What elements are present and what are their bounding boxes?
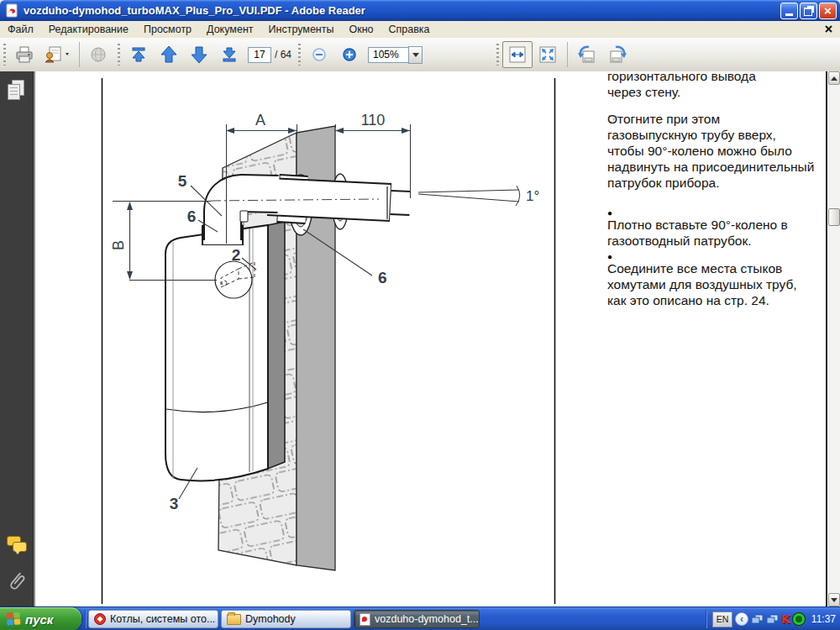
page-number-input[interactable]: [248, 47, 271, 63]
tray-divider: [706, 610, 706, 628]
menubar: Файл Редактирование Просмотр Документ Ин…: [0, 21, 840, 39]
comments-panel-icon[interactable]: [7, 536, 27, 554]
svg-text:A: A: [255, 112, 265, 129]
close-icon: ×: [824, 4, 832, 17]
dimension-110: 110: [335, 112, 410, 134]
network-icon[interactable]: [766, 614, 779, 625]
green-status-icon[interactable]: [793, 613, 805, 625]
document-close-icon[interactable]: [824, 24, 833, 34]
email-share-button[interactable]: [39, 41, 75, 68]
start-label: пуск: [25, 612, 53, 627]
svg-text:B: B: [110, 240, 127, 250]
next-page-button[interactable]: [184, 41, 214, 68]
fit-page-button[interactable]: [533, 41, 563, 68]
taskbar-divider: [85, 610, 86, 628]
zoom-dropdown-button[interactable]: [408, 46, 423, 64]
menu-file[interactable]: Файл: [0, 22, 41, 37]
rotate-counterclockwise-icon: [575, 45, 599, 65]
svg-text:6: 6: [378, 269, 387, 286]
menu-document[interactable]: Документ: [199, 22, 260, 37]
menu-help[interactable]: Справка: [381, 22, 438, 37]
language-indicator[interactable]: EN: [712, 612, 732, 627]
scroll-up-button[interactable]: [828, 71, 840, 85]
dimension-a: A: [226, 112, 297, 134]
document-area: A 110 B: [0, 71, 840, 606]
last-page-button[interactable]: [214, 41, 244, 68]
network-icon[interactable]: [751, 614, 764, 625]
toolbar-grip[interactable]: [298, 44, 301, 66]
minimize-icon: [785, 13, 793, 16]
rotate-clockwise-button[interactable]: [602, 41, 633, 68]
web-capture-icon: [88, 45, 110, 64]
adobe-reader-icon: [5, 3, 19, 18]
restore-button[interactable]: [800, 3, 817, 19]
attachments-panel-icon[interactable]: [7, 571, 25, 593]
svg-text:1°: 1°: [526, 188, 539, 204]
boiler: [165, 222, 285, 480]
page-edge: [826, 71, 827, 606]
bullet-icon: ●: [607, 252, 612, 261]
taskbar-item-opera[interactable]: Котлы, системы ото...: [88, 610, 218, 628]
chevron-down-icon: [412, 53, 419, 57]
fit-page-icon: [538, 45, 558, 65]
zoom-level-input[interactable]: [368, 47, 408, 63]
zoom-in-icon: [341, 46, 358, 63]
scroll-down-button[interactable]: [828, 593, 840, 606]
zoom-out-button[interactable]: [304, 41, 334, 68]
antivirus-icon[interactable]: K: [781, 612, 790, 626]
previous-page-button[interactable]: [154, 41, 184, 68]
slope-annotation: 1°: [418, 186, 539, 206]
taskbar-item-pdf[interactable]: vozduho-dymohod_t...: [354, 610, 480, 628]
menu-window[interactable]: Окно: [341, 22, 381, 37]
paragraph-bullet-1: ● Плотно вставьте 90°-колено в газоотвод…: [607, 202, 826, 249]
previous-page-icon: [159, 45, 179, 65]
last-page-icon: [220, 45, 239, 64]
navigation-sidebar: [0, 71, 34, 606]
svg-text:110: 110: [361, 112, 386, 129]
print-button[interactable]: [9, 41, 39, 68]
titlebar[interactable]: vozduho-dymohod_turboMAX_Plus_Pro_VUI.PD…: [0, 0, 840, 21]
print-icon: [14, 45, 34, 64]
fit-width-button[interactable]: [502, 41, 533, 68]
folder-icon: [227, 614, 241, 625]
instruction-text: горизонтального вывода через стену. ☞ От…: [607, 71, 826, 606]
close-button[interactable]: ×: [819, 3, 837, 19]
chevron-up-icon: [831, 76, 837, 81]
taskbar-item-label: Dymohody: [245, 613, 296, 625]
start-button[interactable]: пуск: [0, 607, 81, 630]
clock[interactable]: 11:37: [811, 613, 836, 625]
scrollbar-thumb[interactable]: [828, 208, 840, 226]
toolbar-separator: [79, 42, 80, 67]
zoom-in-button[interactable]: [334, 41, 365, 68]
pdf-page: A 110 B: [36, 71, 826, 606]
menu-view[interactable]: Просмотр: [136, 22, 199, 37]
toolbar-grip[interactable]: [118, 44, 120, 66]
zoom-out-icon: [311, 46, 328, 63]
rotate-counterclockwise-button[interactable]: [572, 41, 602, 68]
hand-marker-icon: ☞: [607, 111, 618, 126]
svg-text:3: 3: [170, 495, 179, 512]
pdf-icon: [360, 613, 370, 626]
menu-edit[interactable]: Редактирование: [41, 22, 136, 37]
toolbar-grip[interactable]: [496, 44, 499, 66]
adobe-reader-window: vozduho-dymohod_turboMAX_Plus_Pro_VUI.PD…: [0, 0, 840, 630]
svg-text:5: 5: [178, 172, 187, 190]
taskbar-item-folder[interactable]: Dymohody: [221, 610, 351, 628]
minimize-button[interactable]: [780, 3, 798, 19]
taskbar-item-label: vozduho-dymohod_t...: [375, 613, 479, 625]
svg-text:6: 6: [187, 207, 197, 225]
toolbar-separator: [567, 42, 568, 67]
next-page-icon: [189, 45, 209, 65]
hide-icons-button[interactable]: ‹: [735, 612, 748, 626]
paragraph-continued: горизонтального вывода через стену.: [607, 71, 826, 100]
taskbar-item-label: Котлы, системы ото...: [110, 613, 215, 625]
vertical-scrollbar[interactable]: [828, 71, 840, 606]
menu-tools[interactable]: Инструменты: [261, 22, 342, 37]
toolbar-grip[interactable]: [3, 44, 6, 66]
svg-text:2: 2: [232, 246, 241, 264]
web-capture-button[interactable]: [84, 41, 114, 68]
pages-panel-icon[interactable]: [7, 80, 25, 102]
opera-icon: [94, 613, 106, 625]
rotate-clockwise-icon: [606, 45, 629, 65]
first-page-button[interactable]: [123, 41, 154, 68]
